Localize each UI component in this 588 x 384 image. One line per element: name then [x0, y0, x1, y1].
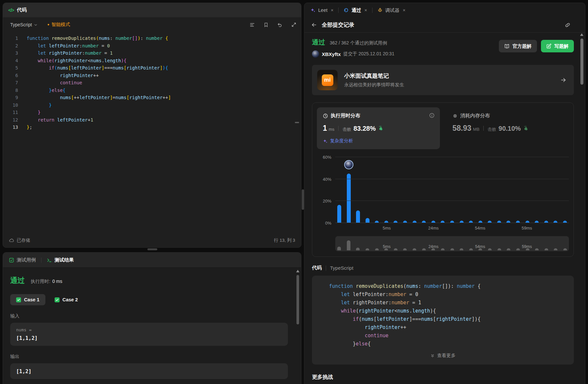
runtime-stat-card[interactable]: 执行用时分布 1 ms 击败 83.28% — [317, 107, 440, 149]
code-line: 1function removeDuplicates(nums: number[… — [3, 35, 301, 42]
chart-bar[interactable] — [347, 174, 351, 223]
minimap-bar[interactable] — [413, 248, 416, 250]
bookmark-icon[interactable] — [264, 22, 268, 28]
memory-unit: MB — [473, 127, 480, 132]
input-box[interactable]: nums = [1,1,2] — [10, 323, 288, 346]
code-line: }else{ — [320, 340, 565, 348]
code-line: 8 }else{ — [3, 87, 301, 94]
tab-test-result-label: 测试结果 — [55, 257, 74, 263]
chart-bar[interactable] — [356, 210, 360, 223]
minimap-bar[interactable] — [394, 248, 397, 250]
minimap-bar[interactable] — [469, 248, 473, 250]
gridline — [335, 201, 569, 201]
test-runtime-label: 执行用时: — [31, 279, 50, 285]
info-icon[interactable] — [429, 113, 435, 118]
output-label: 输出 — [10, 354, 288, 360]
minimap-bar[interactable] — [375, 248, 379, 250]
tab-testcases[interactable]: 测试用例 — [9, 257, 36, 263]
minimap-bar[interactable] — [507, 248, 510, 250]
code-line: 11 } — [3, 109, 301, 116]
minimap-bar[interactable] — [441, 248, 445, 250]
editor-header: </> 代码 — [3, 3, 301, 17]
code-editor-content[interactable]: 1function removeDuplicates(nums: number[… — [3, 32, 301, 131]
scrollbar-thumb[interactable] — [296, 275, 299, 324]
line-number: 2 — [3, 42, 18, 50]
minimap-bar[interactable] — [450, 248, 454, 250]
smart-mode-toggle[interactable]: • 智能模式 — [47, 22, 70, 28]
chart-minimap-brush[interactable]: 5ms24ms54ms59ms — [335, 236, 569, 251]
avatar[interactable] — [312, 50, 319, 58]
code-line: 13}; — [3, 123, 301, 131]
tab-test-result[interactable]: 测试结果 — [47, 257, 74, 263]
chart-bars — [335, 157, 569, 223]
beats-label: 击败 — [488, 126, 496, 132]
line-number: 10 — [3, 101, 18, 109]
editor-footer: 已存储 行 13, 列 3 — [3, 233, 301, 247]
scrollbar-thumb[interactable] — [580, 39, 583, 85]
close-icon[interactable]: × — [403, 8, 405, 13]
case-tab[interactable]: Case 1 — [10, 294, 45, 305]
chart-bar[interactable] — [337, 205, 341, 223]
scroll-up-arrow-icon[interactable] — [580, 33, 583, 36]
minimap-bar[interactable] — [488, 248, 492, 250]
minimap-bar[interactable] — [516, 248, 520, 250]
minimap-bar[interactable] — [554, 248, 557, 250]
tab-leet[interactable]: Leet × — [310, 8, 333, 13]
test-panel-scrollbar[interactable] — [296, 270, 299, 324]
line-number: 1 — [3, 35, 18, 42]
case-tab[interactable]: Case 2 — [49, 294, 84, 305]
username[interactable]: XBXyftx — [322, 51, 341, 57]
input-var-name: nums = — [16, 327, 282, 332]
solution-buttons: 官方题解 写题解 — [499, 40, 574, 52]
tab-debugger[interactable]: 调试器 × — [377, 7, 406, 14]
close-icon[interactable]: × — [331, 8, 333, 13]
minimap-bar[interactable] — [356, 248, 360, 250]
minimap-bar[interactable] — [498, 248, 501, 250]
view-more-button[interactable]: 查看更多 — [320, 348, 565, 362]
editor-scroll-mark[interactable] — [295, 122, 299, 123]
minimap-bar[interactable] — [403, 248, 407, 250]
reset-code-icon[interactable] — [277, 22, 283, 28]
minimap-bar[interactable] — [535, 248, 539, 250]
official-solution-button[interactable]: 官方题解 — [499, 40, 537, 52]
user-avatar-marker[interactable] — [344, 160, 353, 169]
minimap-bar[interactable] — [337, 247, 341, 250]
minimap-bar[interactable] — [460, 248, 463, 250]
memory-stat[interactable]: 消耗内存分布 58.93 MB 击败 90.10% — [440, 107, 535, 149]
arrow-right-icon[interactable] — [560, 77, 567, 83]
minimap-label: 59ms — [522, 244, 532, 249]
output-box[interactable]: [1,2] — [10, 363, 288, 379]
more-challenges-title: 更多挑战 — [312, 374, 574, 381]
close-icon[interactable]: × — [364, 8, 367, 13]
expand-fullscreen-icon[interactable] — [291, 22, 296, 27]
minimap-bar[interactable] — [545, 248, 548, 250]
divider — [326, 265, 326, 271]
scroll-up-arrow-icon[interactable] — [296, 270, 299, 272]
xiaomi-ad-banner[interactable]: mi 小米面试真题笔记 永远相信美好的事情即将发生 — [312, 65, 574, 95]
input-value: [1,1,2] — [16, 335, 282, 341]
minimap-bar[interactable] — [366, 248, 369, 250]
minimap-bar[interactable] — [563, 248, 567, 250]
minimap-bar[interactable] — [347, 240, 350, 250]
tab-accepted[interactable]: 通过 × — [344, 7, 367, 14]
minimap-bar[interactable] — [422, 248, 426, 250]
complexity-analysis-link[interactable]: 复杂度分析 — [323, 138, 434, 144]
write-solution-button[interactable]: 写题解 — [541, 40, 574, 52]
horizontal-resize-handle[interactable] — [147, 248, 157, 250]
chart-bar[interactable] — [366, 218, 370, 223]
gridline — [335, 157, 569, 157]
vertical-resize-handle[interactable] — [302, 189, 304, 210]
format-lines-icon[interactable] — [249, 22, 255, 28]
code-line: 6 rightPointer++ — [3, 72, 301, 79]
case-tabs: Case 1Case 2 — [10, 294, 288, 305]
back-arrow-icon[interactable] — [311, 22, 317, 28]
code-section-language: TypeScript — [330, 265, 353, 271]
terminal-icon — [47, 258, 52, 263]
link-icon[interactable] — [565, 22, 571, 28]
editor-toolbar: TypeScript • 智能模式 — [3, 17, 301, 32]
test-panel-header: 测试用例 测试结果 — [3, 253, 301, 268]
language-selector[interactable]: TypeScript — [8, 20, 40, 29]
submission-panel-scrollbar[interactable] — [580, 33, 584, 85]
output-value: [1,2] — [16, 369, 282, 374]
test-verdict-row: 通过 执行用时: 0 ms — [10, 276, 288, 286]
